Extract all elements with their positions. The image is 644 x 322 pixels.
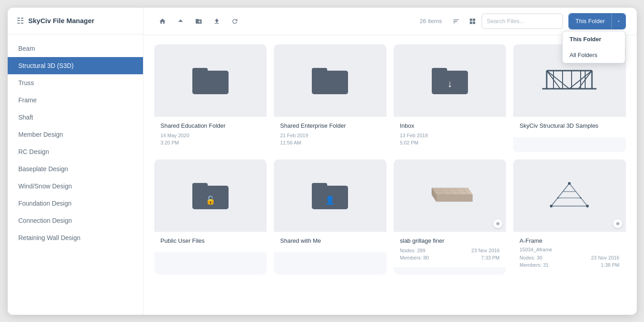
card-preview: ↓ <box>394 44 506 117</box>
main-content: 26 items This Folder This Folder All F <box>143 8 637 315</box>
file-card-shared-education[interactable]: Shared Education Folder 14 May 20203:20 … <box>154 44 267 152</box>
card-meta: Nodes: 30Members: 31 23 Nov 20161:38 PM <box>520 254 620 269</box>
new-folder-button[interactable] <box>191 13 207 29</box>
svg-rect-24 <box>312 183 327 190</box>
card-preview: 🔓 <box>154 159 267 232</box>
sidebar-item-structural3d[interactable]: Structural 3D (S3D) <box>8 57 143 74</box>
svg-point-42 <box>568 182 571 185</box>
bridge-icon <box>538 62 601 100</box>
folder-icon: ↓ <box>432 65 468 96</box>
card-meta-date: 13 Feb 20185:02 PM <box>400 132 428 147</box>
card-name: slab grillage finer <box>400 237 500 244</box>
home-button[interactable] <box>154 13 171 29</box>
svg-point-46 <box>580 197 582 199</box>
folder-icon: 🔓 <box>192 180 229 211</box>
scope-btn-wrapper: This Folder This Folder All Folders <box>568 13 625 29</box>
card-meta-stats: Nodes: 30Members: 31 <box>520 254 549 269</box>
file-card-aframe[interactable]: ⊕ A-Frame15034_Aframe Nodes: 30Members: … <box>513 159 626 274</box>
file-card-inbox[interactable]: ↓ Inbox 13 Feb 20185:02 PM <box>394 44 506 152</box>
card-name: A-Frame <box>520 237 620 244</box>
scope-dropdown-toggle[interactable] <box>611 14 625 29</box>
sidebar-item-connection[interactable]: Connection Design <box>8 212 143 229</box>
card-preview <box>274 44 386 117</box>
scope-dropdown-menu: This Folder All Folders <box>562 31 625 63</box>
sidebar-item-truss[interactable]: Truss <box>8 74 143 91</box>
file-card-shared-with-me[interactable]: 👤 Shared with Me <box>274 159 386 274</box>
sidebar-item-wind-snow[interactable]: Wind/Snow Design <box>8 178 143 195</box>
folder-icon <box>192 65 229 96</box>
card-preview: ⊕ <box>513 159 626 232</box>
file-card-slab-grillage[interactable]: ⊕ slab grillage finer Nodes: 289Members:… <box>394 159 506 274</box>
card-meta: 13 Feb 20185:02 PM <box>400 132 500 147</box>
aframe-model-icon <box>542 174 596 217</box>
card-info: slab grillage finer Nodes: 289Members: 8… <box>394 232 506 267</box>
svg-rect-21 <box>192 183 208 190</box>
card-preview: 👤 <box>274 159 386 232</box>
file-card-public-user[interactable]: 🔓 Public User Files <box>154 159 267 274</box>
svg-text:🔓: 🔓 <box>205 195 216 205</box>
refresh-button[interactable] <box>227 13 243 29</box>
svg-marker-26 <box>432 188 472 195</box>
svg-point-44 <box>586 205 589 207</box>
svg-point-45 <box>557 197 559 199</box>
toolbar: 26 items This Folder This Folder All F <box>143 8 637 35</box>
up-button[interactable] <box>172 13 189 29</box>
card-info: Public User Files <box>154 232 267 252</box>
sidebar: ☷ SkyCiv File Manager BeamStructural 3D … <box>8 8 143 315</box>
sidebar-item-frame[interactable]: Frame <box>8 91 143 109</box>
scope-this-folder-button[interactable]: This Folder <box>569 14 611 29</box>
card-info: Shared Enterprise Folder 21 Feb 201911:5… <box>274 117 386 152</box>
sidebar-item-shaft[interactable]: Shaft <box>8 109 143 126</box>
card-preview <box>154 44 267 117</box>
app-title: SkyCiv File Manager <box>29 17 95 24</box>
file-grid: Shared Education Folder 14 May 20203:20 … <box>154 44 626 274</box>
card-info: Shared Education Folder 14 May 20203:20 … <box>154 117 267 152</box>
card-info: SkyCiv Structural 3D Samples <box>513 117 626 137</box>
sidebar-header: ☷ SkyCiv File Manager <box>8 8 143 34</box>
svg-rect-3 <box>312 68 327 75</box>
card-name: Shared with Me <box>280 237 380 244</box>
sidebar-item-rc-design[interactable]: RC Design <box>8 143 143 160</box>
card-meta-date: 23 Nov 20167:33 PM <box>472 247 500 262</box>
folder-icon: 👤 <box>312 180 348 211</box>
slab-model-icon <box>423 174 477 217</box>
svg-point-43 <box>550 205 553 207</box>
svg-marker-27 <box>436 195 472 202</box>
upload-button[interactable] <box>209 13 225 29</box>
sidebar-item-beam[interactable]: Beam <box>8 40 143 57</box>
card-preview: ⊕ <box>394 159 506 232</box>
app-icon: ☷ <box>17 16 24 26</box>
svg-rect-1 <box>192 68 208 75</box>
card-name: Shared Education Folder <box>161 122 261 129</box>
card-meta-date: 14 May 20203:20 PM <box>161 132 190 147</box>
grid-area: Shared Education Folder 14 May 20203:20 … <box>143 35 637 315</box>
sidebar-item-baseplate[interactable]: Baseplate Design <box>8 160 143 178</box>
card-meta-date: 23 Nov 20161:38 PM <box>591 254 619 269</box>
sort-button[interactable] <box>449 14 463 29</box>
scope-option-this-folder[interactable]: This Folder <box>563 31 625 47</box>
card-name: SkyCiv Structural 3D Samples <box>520 122 620 129</box>
file-card-shared-enterprise[interactable]: Shared Enterprise Folder 21 Feb 201911:5… <box>274 44 386 152</box>
search-input[interactable] <box>482 14 563 29</box>
card-info: A-Frame15034_Aframe Nodes: 30Members: 31… <box>513 232 626 274</box>
sidebar-item-foundation[interactable]: Foundation Design <box>8 195 143 212</box>
card-meta: 14 May 20203:20 PM <box>161 132 261 147</box>
card-name: Public User Files <box>161 237 261 244</box>
svg-text:👤: 👤 <box>325 195 335 205</box>
card-info: Shared with Me <box>274 232 386 252</box>
card-badge: ⊕ <box>613 219 622 228</box>
card-subtitle: 15034_Aframe <box>520 247 620 252</box>
card-meta-stats: Nodes: 289Members: 80 <box>400 247 429 262</box>
svg-text:↓: ↓ <box>447 78 452 89</box>
card-meta: 21 Feb 201911:56 AM <box>280 132 380 147</box>
sidebar-item-member-design[interactable]: Member Design <box>8 126 143 143</box>
card-name: Inbox <box>400 122 500 129</box>
card-info: Inbox 13 Feb 20185:02 PM <box>394 117 506 152</box>
items-count: 26 items <box>420 18 442 24</box>
scope-option-all-folders[interactable]: All Folders <box>563 47 625 63</box>
sidebar-item-retaining-wall[interactable]: Retaining Wall Design <box>8 229 143 246</box>
folder-icon <box>312 65 348 96</box>
card-badge: ⊕ <box>493 219 502 228</box>
sidebar-nav: BeamStructural 3D (S3D)TrussFrameShaftMe… <box>8 34 143 315</box>
view-toggle-button[interactable] <box>465 14 480 29</box>
